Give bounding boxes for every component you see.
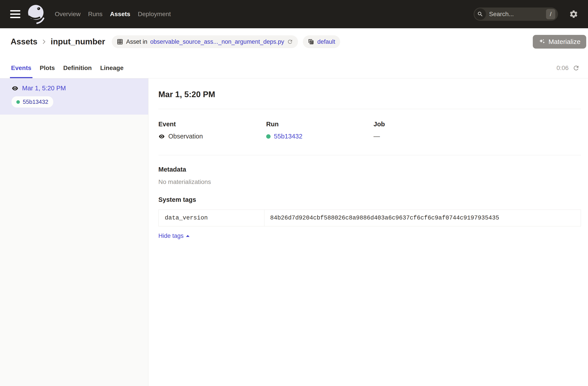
metadata-heading: Metadata <box>158 166 581 173</box>
top-nav: Overview Runs Assets Deployment / <box>0 0 588 28</box>
primary-nav: Overview Runs Assets Deployment <box>55 11 171 18</box>
metadata-empty-text: No materializations <box>158 178 581 185</box>
asset-group-chip: default <box>303 35 340 48</box>
run-id-link[interactable]: 55b13432 <box>274 133 302 140</box>
observation-eye-icon <box>158 133 165 140</box>
page-title: input_number <box>51 37 105 46</box>
run-column-label: Run <box>266 121 374 128</box>
asset-location-chip: Asset in observable_source_ass..._non_ar… <box>112 35 298 48</box>
hamburger-menu-icon[interactable] <box>10 10 20 18</box>
asset-header: Assets input_number Asset in observable_… <box>0 28 588 55</box>
run-status-dot <box>266 134 271 139</box>
search-box[interactable]: / <box>474 7 558 21</box>
tabs-bar: Events Plots Definition Lineage 0:06 <box>0 55 588 78</box>
table-row: data_version 84b26d7d9204cbf588026c8a988… <box>159 210 581 226</box>
tab-lineage[interactable]: Lineage <box>100 64 124 78</box>
tag-key-cell: data_version <box>159 210 264 226</box>
hide-tags-label: Hide tags <box>158 233 184 239</box>
event-type-text: Observation <box>168 133 203 140</box>
search-icon <box>474 8 486 20</box>
event-list-sidebar: Mar 1, 5:20 PM 55b13432 <box>0 78 148 386</box>
materialize-button[interactable]: Materialize <box>533 35 586 49</box>
breadcrumb-assets-link[interactable]: Assets <box>11 37 37 46</box>
event-detail-panel: Mar 1, 5:20 PM Event Run Job Observation… <box>148 78 588 386</box>
tab-plots[interactable]: Plots <box>40 64 55 78</box>
reload-location-icon[interactable] <box>287 39 293 45</box>
event-item-head: Mar 1, 5:20 PM <box>11 84 143 92</box>
dagster-logo-icon[interactable] <box>27 4 45 24</box>
run-id-badge-text: 55b13432 <box>23 99 48 105</box>
code-location-link[interactable]: observable_source_ass..._non_argument_de… <box>150 39 284 45</box>
divider <box>158 109 581 109</box>
tag-value-cell: 84b26d7d9204cbf588026c8a9886d403a6c9637c… <box>264 210 581 226</box>
refresh-icon[interactable] <box>572 64 580 72</box>
sparkles-icon <box>539 38 546 45</box>
page: Overview Runs Assets Deployment / Assets <box>0 0 588 386</box>
run-cell: 55b13432 <box>266 133 374 140</box>
refresh-countdown: 0:06 <box>557 64 569 72</box>
run-status-dot <box>16 100 20 104</box>
nav-overview[interactable]: Overview <box>55 11 81 18</box>
nav-runs[interactable]: Runs <box>88 11 103 18</box>
refresh-area: 0:06 <box>557 64 580 78</box>
job-column-label: Job <box>374 121 581 128</box>
tab-events[interactable]: Events <box>11 64 31 78</box>
observation-eye-icon <box>11 85 19 92</box>
nav-assets[interactable]: Assets <box>110 11 130 18</box>
divider <box>158 155 581 155</box>
search-shortcut-key: / <box>546 9 555 19</box>
asset-in-label: Asset in <box>126 39 147 45</box>
gear-icon[interactable] <box>569 9 578 19</box>
materialize-label: Materialize <box>548 38 581 45</box>
search-input[interactable] <box>486 11 546 18</box>
asset-group-icon <box>308 39 314 45</box>
content-body: Mar 1, 5:20 PM 55b13432 Mar 1, 5:20 PM E… <box>0 78 588 386</box>
event-column-label: Event <box>158 121 266 128</box>
event-list-item-selected[interactable]: Mar 1, 5:20 PM 55b13432 <box>0 78 148 115</box>
system-tags-heading: System tags <box>158 196 581 203</box>
job-cell: — <box>374 133 581 140</box>
event-detail-title: Mar 1, 5:20 PM <box>158 90 581 99</box>
chevron-right-icon <box>41 39 47 45</box>
event-summary-columns: Event Run Job Observation 55b13432 — <box>158 121 581 140</box>
job-empty-value: — <box>374 133 380 140</box>
asset-chips: Asset in observable_source_ass..._non_ar… <box>112 35 340 48</box>
nav-deployment[interactable]: Deployment <box>138 11 171 18</box>
table-grid-icon <box>117 39 123 45</box>
nav-right: / <box>474 7 578 21</box>
caret-up-icon <box>186 235 189 237</box>
group-default-link[interactable]: default <box>317 39 335 45</box>
system-tags-table: data_version 84b26d7d9204cbf588026c8a988… <box>158 210 581 226</box>
tab-definition[interactable]: Definition <box>63 64 92 78</box>
run-id-badge[interactable]: 55b13432 <box>11 96 53 107</box>
hide-tags-link[interactable]: Hide tags <box>158 233 189 239</box>
event-type-cell: Observation <box>158 133 266 140</box>
breadcrumb: Assets input_number <box>11 37 105 46</box>
event-timestamp: Mar 1, 5:20 PM <box>22 84 66 92</box>
